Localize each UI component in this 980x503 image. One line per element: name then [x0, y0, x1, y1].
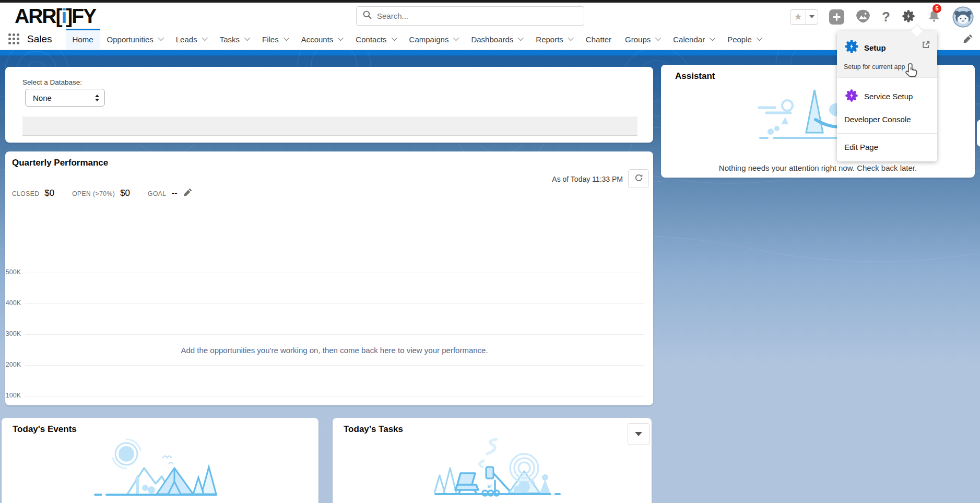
menu-item-edit-page[interactable]: Edit Page — [837, 134, 937, 161]
tab-opportunities[interactable]: Opportunities — [100, 29, 169, 50]
database-empty-list-bar — [22, 116, 637, 136]
y-axis-tick: 100K — [5, 392, 21, 399]
tab-leads[interactable]: Leads — [169, 29, 213, 50]
setup-dropdown-menu: Setup Setup for current app — [837, 31, 937, 161]
chevron-down-icon[interactable] — [655, 34, 661, 40]
trailhead-guidance-button[interactable] — [855, 8, 871, 26]
pencil-icon — [963, 34, 973, 45]
tab-calendar[interactable]: Calendar — [666, 29, 721, 50]
tab-groups[interactable]: Groups — [618, 29, 666, 50]
setup-gear-blue-icon — [844, 39, 859, 56]
favorites-list-button[interactable] — [806, 10, 818, 24]
plus-icon — [829, 9, 844, 25]
external-link-icon — [922, 40, 930, 51]
todays-tasks-card: Today’s Tasks — [333, 418, 652, 503]
menu-item-service-setup[interactable]: Service Setup — [837, 78, 937, 110]
chevron-down-icon[interactable] — [338, 34, 344, 40]
trailhead-icon — [855, 8, 871, 26]
tab-chatter[interactable]: Chatter — [579, 29, 618, 50]
menu-item-developer-console[interactable]: Developer Console — [837, 110, 937, 133]
notifications-button[interactable]: 5 — [927, 9, 941, 25]
salesforce-home-page: ARR[i]FY ★ ? — [0, 0, 980, 503]
chevron-down-icon[interactable] — [283, 34, 289, 40]
tab-home[interactable]: Home — [66, 29, 100, 50]
tab-files[interactable]: Files — [255, 29, 294, 50]
tasks-empty-illustration — [333, 436, 652, 503]
y-axis-tick: 300K — [5, 330, 21, 337]
tab-accounts[interactable]: Accounts — [294, 29, 349, 50]
performance-chart: 500K 400K 300K 200K 100K 0 Nov Dec Jan F… — [5, 151, 653, 405]
user-avatar[interactable] — [952, 6, 974, 28]
chevron-down-icon[interactable] — [158, 34, 164, 40]
global-header: ARR[i]FY ★ ? — [0, 3, 980, 29]
chevron-down-icon[interactable] — [391, 34, 397, 40]
current-app-name: Sales — [27, 33, 52, 45]
edit-navigation-button[interactable] — [963, 34, 973, 45]
help-button[interactable]: ? — [882, 10, 890, 24]
y-axis-tick: 200K — [5, 361, 21, 368]
company-logo[interactable]: ARR[i]FY — [15, 5, 96, 28]
y-axis-tick: 400K — [5, 299, 21, 307]
events-empty-illustration — [2, 436, 318, 503]
service-setup-gear-icon — [844, 88, 859, 104]
database-selector-card: Select a Database: None — [5, 67, 653, 143]
chevron-down-icon[interactable] — [710, 34, 715, 40]
tab-dashboards[interactable]: Dashboards — [464, 29, 529, 50]
menu-item-setup[interactable]: Setup Setup for current app — [837, 31, 937, 78]
star-icon: ★ — [794, 12, 802, 21]
gear-icon — [901, 9, 916, 25]
chevron-down-icon[interactable] — [568, 34, 574, 40]
chevron-down-icon — [809, 15, 814, 18]
tab-tasks[interactable]: Tasks — [213, 29, 255, 50]
database-select-value: None — [33, 93, 95, 102]
assistant-empty-message: Nothing needs your attention right now. … — [661, 163, 975, 172]
chevron-down-icon[interactable] — [202, 34, 207, 40]
chevron-down-icon[interactable] — [518, 34, 524, 40]
tasks-title: Today’s Tasks — [344, 424, 403, 435]
home-page-content: Select a Database: None Assistant — [0, 50, 980, 503]
setup-gear-button[interactable] — [901, 9, 916, 25]
tab-people[interactable]: People — [721, 29, 768, 50]
database-select-label: Select a Database: — [22, 78, 82, 86]
global-search[interactable] — [356, 6, 584, 26]
chevron-down-icon[interactable] — [453, 34, 459, 40]
favorite-star-button[interactable]: ★ — [790, 10, 806, 24]
search-input[interactable] — [377, 11, 577, 20]
help-icon: ? — [882, 10, 890, 24]
global-actions-button[interactable] — [829, 9, 844, 25]
select-stepper-icon — [95, 95, 99, 101]
tab-contacts[interactable]: Contacts — [349, 29, 402, 50]
setup-menu-subtitle: Setup for current app — [844, 63, 930, 71]
tab-reports[interactable]: Reports — [529, 29, 579, 50]
setup-menu-title: Setup — [864, 43, 886, 52]
chart-empty-message: Add the opportunities you're working on,… — [25, 346, 644, 355]
header-actions: ★ ? — [790, 6, 974, 27]
favorites-button-group: ★ — [790, 9, 818, 25]
todays-events-card: Today's Events — [2, 418, 318, 503]
notification-badge: 5 — [932, 4, 941, 13]
database-select[interactable]: None — [25, 89, 105, 107]
chevron-down-icon[interactable] — [244, 34, 250, 40]
app-navigation-bar: Sales Home Opportunities Leads Tasks Fil… — [0, 29, 980, 50]
tab-campaigns[interactable]: Campaigns — [403, 29, 465, 50]
app-launcher-icon[interactable] — [8, 33, 20, 45]
events-title: Today's Events — [13, 424, 77, 435]
assistant-title: Assistant — [675, 71, 715, 81]
quarterly-performance-card: Quarterly Performance As of Today 11:33 … — [5, 151, 653, 405]
nav-tabs: Home Opportunities Leads Tasks Files Acc… — [66, 29, 768, 50]
search-icon — [363, 10, 372, 21]
y-axis-tick: 500K — [5, 268, 21, 276]
docked-panel-edge — [977, 120, 980, 147]
chevron-down-icon[interactable] — [757, 34, 762, 40]
